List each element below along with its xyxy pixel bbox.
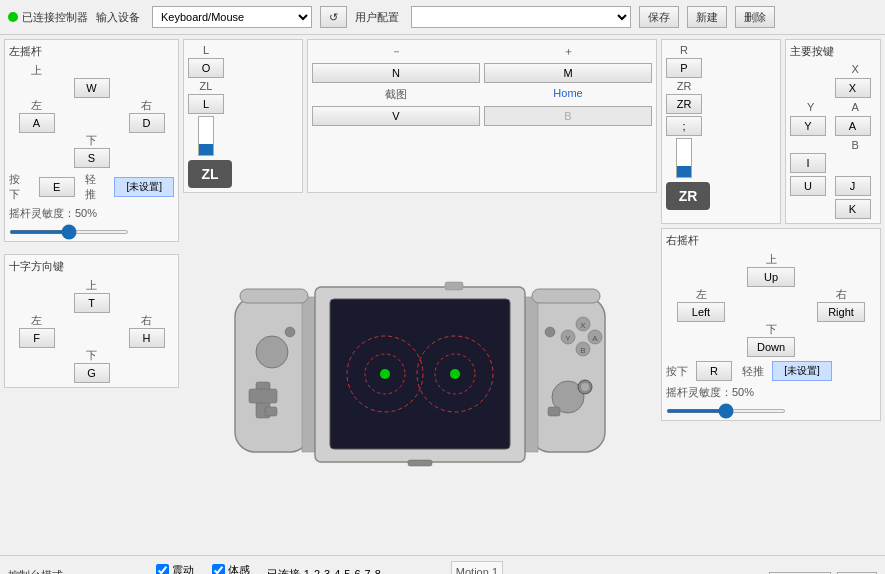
- left-stick-title: 左摇杆: [9, 44, 174, 59]
- ls-up-key[interactable]: W: [74, 78, 110, 98]
- console-mode-section: 控制台模式 Docked Undocked: [8, 568, 139, 575]
- ls-press-key[interactable]: E: [39, 177, 75, 197]
- i-key[interactable]: I: [790, 153, 826, 173]
- y-key[interactable]: Y: [790, 116, 826, 136]
- center-top: L O ZL L ZL －: [183, 39, 657, 193]
- motion-section: 体感 设置: [211, 563, 251, 574]
- x-key[interactable]: X: [835, 78, 871, 98]
- l-label: L: [203, 44, 209, 56]
- ls-down-label: 下: [64, 133, 119, 148]
- ls-right-key[interactable]: D: [129, 113, 165, 133]
- right-trigger-section: R P ZR ZR ; ZR: [661, 39, 781, 224]
- left-stick-section: 左摇杆 上 W 左 右: [4, 39, 179, 242]
- motion-checkbox[interactable]: [212, 564, 225, 574]
- svg-rect-16: [265, 407, 277, 416]
- rs-sensitivity-slider[interactable]: [666, 409, 786, 413]
- ls-press-label: 按下: [9, 172, 31, 202]
- dpad-right-label: 右: [119, 313, 174, 328]
- a-key[interactable]: A: [835, 116, 871, 136]
- minus-label: －: [391, 45, 402, 57]
- svg-text:A: A: [592, 334, 598, 343]
- profile-select[interactable]: [411, 6, 631, 28]
- k-key[interactable]: K: [835, 199, 871, 219]
- zr-badge: ZR: [666, 182, 710, 210]
- u-key[interactable]: U: [790, 176, 826, 196]
- svg-rect-34: [240, 289, 308, 303]
- center-panel: L O ZL L ZL －: [183, 39, 657, 551]
- switch-console-image: B Y A X SL SR: [183, 197, 657, 551]
- v-key[interactable]: V: [312, 106, 480, 126]
- delete-button[interactable]: 删除: [735, 6, 775, 28]
- dpad-right-key[interactable]: H: [129, 328, 165, 348]
- new-button[interactable]: 新建: [687, 6, 727, 28]
- connected-controllers-section: 已连接 12345678 控制器: [267, 567, 435, 575]
- dpad-down-key[interactable]: G: [74, 363, 110, 383]
- zl-badge: ZL: [188, 160, 232, 188]
- screenshot-label: 截图: [312, 87, 480, 102]
- connection-status: 已连接控制器: [8, 10, 88, 25]
- rs-lightpush-label: 轻推: [742, 364, 764, 379]
- motion-label: 体感: [228, 563, 250, 574]
- svg-point-12: [256, 336, 288, 368]
- y-label: Y: [790, 101, 832, 113]
- right-stick-title: 右摇杆: [666, 233, 876, 248]
- semi-key[interactable]: ;: [666, 116, 702, 136]
- b-label: B: [835, 139, 877, 151]
- svg-rect-2: [530, 297, 605, 452]
- switch-svg: B Y A X SL SR: [230, 277, 610, 472]
- svg-point-26: [545, 327, 555, 337]
- rt-col: R P ZR ZR ;: [666, 44, 702, 178]
- svg-text:B: B: [580, 346, 585, 355]
- vibration-checkbox[interactable]: [156, 564, 169, 574]
- svg-rect-29: [548, 407, 560, 416]
- svg-point-11: [450, 369, 460, 379]
- connected-label: 已连接控制器: [22, 10, 88, 25]
- dpad-left-key[interactable]: F: [19, 328, 55, 348]
- r-p-key[interactable]: P: [666, 58, 702, 78]
- rs-sensitivity-slider-container: [666, 402, 876, 416]
- main-buttons-section: 主要按键 X X Y A Y A B I U J: [785, 39, 881, 224]
- zl-label: ZL: [200, 80, 213, 92]
- connected-label: 已连接: [267, 567, 300, 575]
- rs-up-key[interactable]: Up: [747, 267, 795, 287]
- console-mode-label: 控制台模式: [8, 568, 139, 575]
- svg-text:X: X: [580, 321, 586, 330]
- ls-sensitivity-slider[interactable]: [9, 230, 129, 234]
- ls-lightpush-key[interactable]: [未设置]: [114, 177, 174, 197]
- rs-press-key[interactable]: R: [696, 361, 732, 381]
- right-top: R P ZR ZR ; ZR 主要按键 X: [661, 39, 881, 224]
- m-key[interactable]: M: [484, 63, 652, 83]
- zl-key[interactable]: L: [188, 94, 224, 114]
- input-device-select[interactable]: Keyboard/Mouse: [152, 6, 312, 28]
- screenshot-section: － ＋ N M 截图 Home V B: [307, 39, 657, 193]
- svg-point-8: [380, 369, 390, 379]
- zr-key[interactable]: ZR: [666, 94, 702, 114]
- svg-point-28: [581, 383, 589, 391]
- rs-down-key[interactable]: Down: [747, 337, 795, 357]
- dpad-up-key[interactable]: T: [74, 293, 110, 313]
- ls-sensitivity-slider-container: [9, 223, 174, 237]
- ls-down-key[interactable]: S: [74, 148, 110, 168]
- svg-point-15: [285, 327, 295, 337]
- left-panel: 左摇杆 上 W 左 右: [4, 39, 179, 551]
- lt-indicator: [198, 116, 214, 156]
- n-key[interactable]: N: [312, 63, 480, 83]
- rs-lightpush-key[interactable]: [未设置]: [772, 361, 832, 381]
- ls-left-label: 左: [9, 98, 64, 113]
- rs-right-key[interactable]: Right: [817, 302, 865, 322]
- b-key[interactable]: B: [484, 106, 652, 126]
- svg-rect-5: [330, 299, 510, 449]
- lt-fill: [199, 144, 213, 155]
- l-key[interactable]: O: [188, 58, 224, 78]
- motion-value-section: Motion 1 7: [451, 561, 503, 575]
- refresh-button[interactable]: ↺: [320, 6, 347, 28]
- rs-left-key[interactable]: Left: [677, 302, 725, 322]
- ls-left-key[interactable]: A: [19, 113, 55, 133]
- dpad-title: 十字方向键: [9, 259, 174, 274]
- a-label: A: [835, 101, 877, 113]
- j-key[interactable]: J: [835, 176, 871, 196]
- save-button[interactable]: 保存: [639, 6, 679, 28]
- vibration-label: 震动: [172, 563, 194, 574]
- ls-press-row: 按下 E 轻推 [未设置]: [9, 172, 174, 202]
- right-stick-section: 右摇杆 上 Up 左 右: [661, 228, 881, 421]
